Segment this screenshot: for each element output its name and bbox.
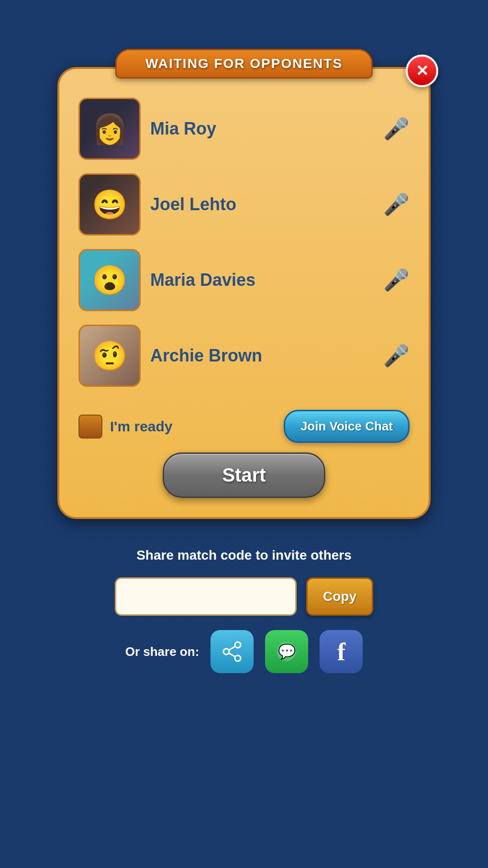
player-row: 👩 Mia Roy 🎤 (78, 98, 410, 160)
player-name-joel: Joel Lehto (150, 194, 374, 214)
player-list: 👩 Mia Roy 🎤 😄 Joel Lehto 🎤 😮 Maria Davie… (59, 69, 429, 387)
mic-icon-mia[interactable]: 🎤 (383, 116, 410, 141)
ready-checkbox[interactable] (78, 415, 102, 439)
avatar-maria: 😮 (78, 249, 141, 311)
share-title: Share match code to invite others (136, 548, 352, 563)
mic-icon-maria[interactable]: 🎤 (383, 268, 410, 293)
player-name-archie: Archie Brown (150, 346, 374, 366)
whatsapp-icon: 💬 (275, 640, 299, 664)
avatar-joel: 😄 (78, 173, 141, 236)
or-share-label: Or share on: (125, 644, 200, 659)
svg-line-4 (229, 653, 235, 657)
share-section: Share match code to invite others Copy O… (0, 548, 488, 673)
player-name-mia: Mia Roy (150, 119, 374, 139)
mic-icon-joel[interactable]: 🎤 (383, 192, 410, 217)
ready-section: I'm ready (78, 415, 173, 439)
start-button-container: Start (59, 448, 429, 498)
player-row: 😄 Joel Lehto 🎤 (78, 173, 410, 236)
player-row: 😮 Maria Davies 🎤 (78, 249, 410, 311)
close-button[interactable]: ✕ (406, 55, 438, 87)
waiting-dialog: WAITING FOR OPPONENTS ✕ 👩 Mia Roy 🎤 😄 Jo… (57, 67, 431, 519)
share-icon (222, 641, 243, 662)
whatsapp-button[interactable]: 💬 (265, 630, 308, 673)
match-code-input[interactable] (115, 577, 297, 616)
start-button[interactable]: Start (163, 452, 325, 498)
ready-label: I'm ready (110, 418, 173, 435)
dialog-title: WAITING FOR OPPONENTS (145, 56, 343, 71)
copy-button[interactable]: Copy (306, 577, 373, 616)
facebook-button[interactable]: f (320, 630, 363, 673)
svg-line-3 (229, 646, 235, 650)
avatar-archie: 🤨 (78, 325, 141, 387)
svg-text:💬: 💬 (278, 643, 296, 660)
player-name-maria: Maria Davies (150, 270, 374, 290)
mic-icon-archie[interactable]: 🎤 (383, 343, 410, 368)
share-generic-button[interactable] (211, 630, 254, 673)
share-social-row: Or share on: 💬 f (125, 630, 363, 673)
facebook-icon: f (337, 638, 345, 666)
share-code-row: Copy (115, 577, 373, 616)
player-row: 🤨 Archie Brown 🎤 (78, 325, 410, 387)
join-voice-chat-button[interactable]: Join Voice Chat (284, 410, 410, 443)
svg-point-1 (223, 649, 229, 654)
svg-point-2 (235, 655, 241, 661)
svg-point-0 (235, 642, 241, 648)
close-icon: ✕ (416, 63, 429, 79)
avatar-mia: 👩 (78, 98, 141, 160)
dialog-title-banner: WAITING FOR OPPONENTS (115, 49, 373, 79)
bottom-controls: I'm ready Join Voice Chat (59, 400, 429, 448)
